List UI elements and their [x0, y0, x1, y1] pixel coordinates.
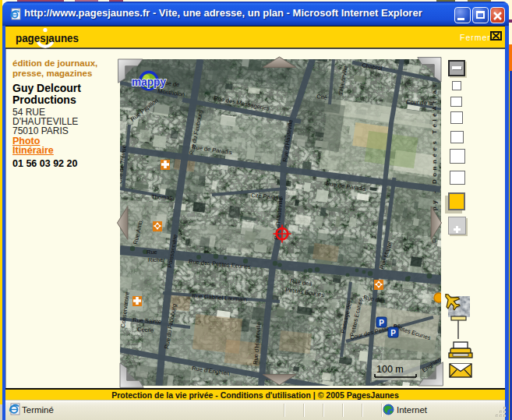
svg-text:mappy: mappy: [132, 76, 166, 88]
svg-text:100 m: 100 m: [376, 364, 404, 375]
svg-text:P: P: [390, 329, 396, 337]
svg-text:Thomas: Thomas: [151, 193, 173, 201]
svg-text:P: P: [379, 319, 384, 327]
svg-text:Rue: Rue: [147, 249, 157, 256]
svg-text:Richer: Richer: [148, 256, 165, 263]
svg-text:Cité: Cité: [316, 93, 327, 101]
svg-text:pagesȷaunes: pagesȷaunes: [16, 31, 79, 44]
svg-text:Cécile: Cécile: [137, 326, 154, 334]
